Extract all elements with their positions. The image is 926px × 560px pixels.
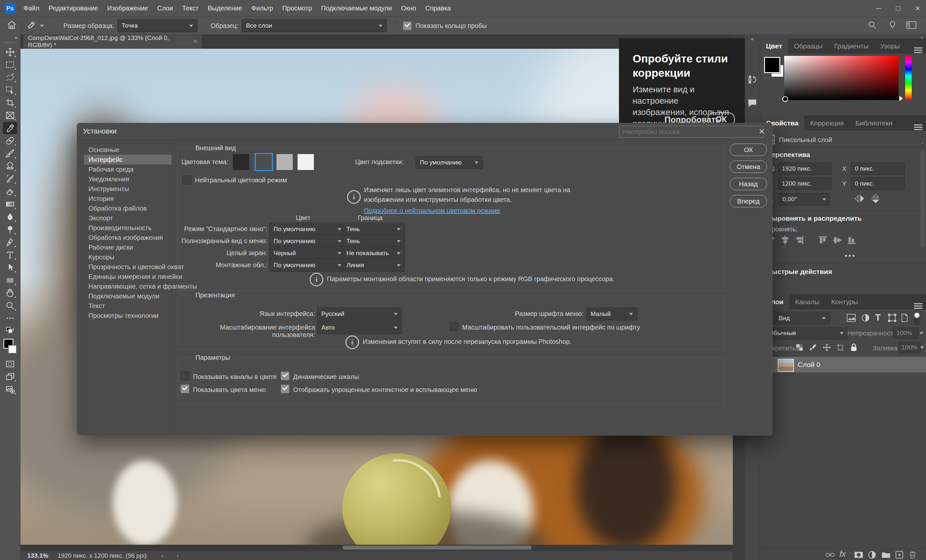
align-bottom-icon[interactable] (847, 235, 857, 246)
filter-toggle[interactable] (914, 312, 920, 326)
flip-vertical-icon[interactable] (870, 194, 881, 204)
menu-view[interactable]: Просмотр (278, 5, 316, 12)
simplified-menus-checkbox[interactable] (280, 384, 290, 394)
tab-libraries[interactable]: Библиотеки (850, 115, 898, 131)
ui-scaling-dropdown[interactable]: Авто (317, 321, 402, 334)
tab-paths[interactable]: Контуры (826, 294, 864, 309)
move-tool[interactable] (3, 46, 17, 58)
rectangular-marquee-tool[interactable] (3, 59, 17, 71)
show-sampling-ring-checkbox[interactable] (402, 21, 412, 30)
pref-item-plugins[interactable]: Подключаемые модули (84, 291, 172, 301)
fullscreen-menu-color-dropdown[interactable]: По умолчанию (269, 235, 346, 248)
menu-edit[interactable]: Редактирование (44, 5, 103, 12)
pref-item-interface[interactable]: Интерфейс (84, 155, 172, 165)
lock-position-icon[interactable] (823, 343, 831, 352)
width-field[interactable]: 1920 пикс. (778, 163, 832, 175)
flip-horizontal-icon[interactable] (854, 194, 865, 204)
comments-panel-icon[interactable] (747, 98, 758, 110)
pref-item-type[interactable]: Текст (84, 301, 172, 311)
path-selection-tool[interactable] (3, 261, 17, 274)
pref-item-transparency-gamut[interactable]: Прозрачность и цветовой охват (84, 262, 172, 272)
lock-artboard-icon[interactable] (836, 343, 845, 352)
align-right-icon[interactable] (794, 235, 805, 246)
chevron-down-icon[interactable] (920, 332, 923, 334)
fullscreen-border-dropdown[interactable]: Не показывать (342, 247, 405, 260)
rectangle-tool[interactable] (3, 274, 17, 286)
hand-tool[interactable] (3, 287, 17, 299)
saturation-field[interactable] (784, 56, 899, 100)
menu-font-size-dropdown[interactable]: Малый (586, 308, 637, 320)
settings-search-input[interactable] (619, 126, 763, 137)
default-colors-icon[interactable] (3, 325, 17, 337)
menu-plugins[interactable]: Подключаемые модули (316, 5, 396, 12)
show-channels-in-color-checkbox[interactable] (180, 371, 190, 380)
foreground-color-swatch[interactable] (764, 57, 780, 73)
zoom-level[interactable]: 133.1% (27, 552, 48, 559)
standard-window-color-dropdown[interactable]: По умолчанию (269, 223, 346, 235)
properties-scrollbar[interactable] (920, 150, 925, 248)
filter-adjustment-layers-icon[interactable] (861, 313, 870, 322)
menu-image[interactable]: Изображение (103, 5, 153, 12)
saturation-cursor[interactable] (782, 96, 788, 102)
lock-all-icon[interactable] (850, 343, 858, 352)
document-tab[interactable]: CompDeskWalCol-2968_012.jpg @ 133% (Слой… (23, 34, 202, 49)
tab-gradients[interactable]: Градиенты (828, 38, 875, 54)
minimize-icon[interactable]: ─ (876, 4, 881, 13)
type-tool[interactable] (3, 249, 17, 261)
workspace-switcher-icon[interactable] (906, 20, 917, 31)
horizontal-scrollbar[interactable] (20, 545, 733, 551)
pref-item-performance[interactable]: Производительность (84, 223, 172, 233)
pref-item-export[interactable]: Экспорт (84, 213, 172, 223)
brush-tool[interactable] (3, 147, 17, 160)
screen-mode-icon[interactable] (3, 371, 17, 383)
tab-color[interactable]: Цвет (760, 38, 788, 54)
close-tab-icon[interactable]: × (193, 38, 197, 45)
dynamic-sliders-checkbox[interactable] (280, 371, 290, 380)
height-field[interactable]: 1200 пикс. (778, 177, 832, 190)
standard-window-border-dropdown[interactable]: Тень (342, 223, 405, 235)
y-field[interactable]: 0 пикс. (851, 177, 905, 190)
history-brush-tool[interactable] (3, 173, 17, 185)
blend-mode-dropdown[interactable]: Обычные (765, 327, 848, 339)
maximize-icon[interactable]: □ (896, 4, 900, 13)
filter-shape-layers-icon[interactable] (888, 313, 897, 322)
neutral-color-mode-checkbox[interactable] (182, 175, 192, 185)
highlight-color-dropdown[interactable]: По умолчанию (416, 156, 483, 169)
statusbar-back-icon[interactable]: ‹ (177, 552, 179, 559)
statusbar-flyout-icon[interactable]: › (162, 552, 163, 559)
menu-select[interactable]: Выделение (203, 5, 247, 12)
link-layers-icon[interactable] (825, 551, 835, 559)
angle-field[interactable]: 0,00° (779, 193, 830, 205)
close-window-icon[interactable]: × (915, 3, 920, 13)
quick-mask-icon[interactable] (3, 358, 17, 370)
theme-swatch-lightest[interactable] (298, 154, 314, 170)
layer-row[interactable]: Слой 0 (760, 357, 926, 373)
dodge-tool[interactable] (3, 223, 17, 235)
pref-item-general[interactable]: Основные (84, 145, 172, 155)
sample-size-dropdown[interactable]: Точка (117, 19, 197, 32)
back-button[interactable]: Назад (730, 178, 767, 190)
new-group-icon[interactable] (881, 551, 891, 559)
layer-thumbnail[interactable] (778, 359, 794, 372)
scroll-up-icon[interactable]: ⌃ (920, 142, 924, 147)
blur-tool[interactable] (3, 211, 17, 223)
edit-toolbar-icon[interactable] (3, 312, 17, 325)
new-layer-icon[interactable] (895, 550, 904, 559)
theme-swatch-dark-selected[interactable] (255, 153, 273, 171)
chevron-down-icon[interactable] (40, 25, 44, 27)
ui-language-dropdown[interactable]: Русский (317, 308, 402, 320)
pref-item-image-processing[interactable]: Обработка изображения (84, 233, 172, 243)
foreground-background-colors[interactable] (3, 337, 17, 358)
menu-window[interactable]: Окно (396, 5, 421, 12)
panel-menu-icon[interactable] (914, 47, 922, 53)
tab-adjustments[interactable]: Коррекция (804, 115, 850, 131)
fullscreen-color-dropdown[interactable]: Черный (269, 247, 346, 260)
cancel-button[interactable]: Отмена (730, 160, 767, 173)
panel-menu-icon[interactable] (914, 303, 922, 309)
artboard-border-dropdown[interactable]: Линия (342, 259, 405, 272)
spot-healing-brush-tool[interactable] (3, 134, 17, 147)
filter-smart-objects-icon[interactable] (900, 313, 909, 322)
align-top-icon[interactable] (818, 235, 828, 246)
clone-stamp-tool[interactable] (3, 160, 17, 172)
add-adjustment-icon[interactable] (867, 550, 876, 559)
